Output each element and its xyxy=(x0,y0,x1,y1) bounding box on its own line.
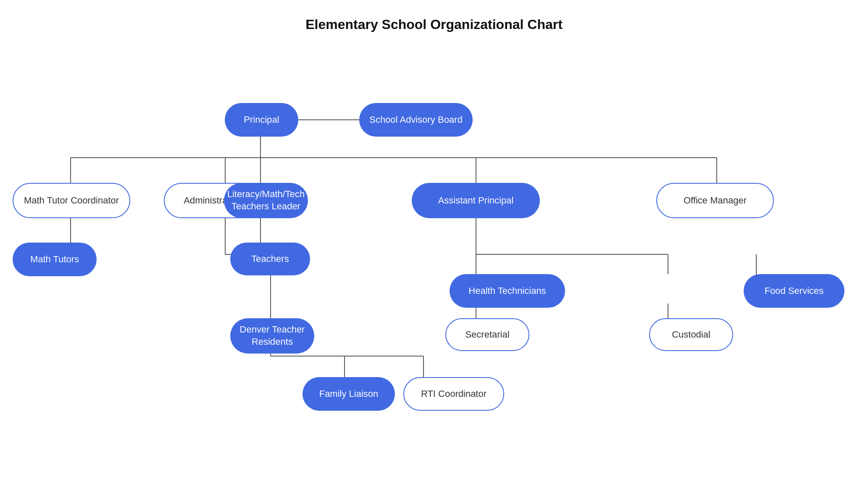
advisory-board-node: School Advisory Board xyxy=(359,103,473,137)
chart-title: Elementary School Organizational Chart xyxy=(0,0,868,41)
denver-teacher-node: Denver Teacher Residents xyxy=(230,318,314,354)
health-tech-node: Health Technicians xyxy=(450,274,565,308)
rti-coordinator-node: RTI Coordinator xyxy=(403,377,504,411)
teachers-node: Teachers xyxy=(230,243,310,275)
secretarial-node: Secretarial xyxy=(445,318,529,351)
food-services-node: Food Services xyxy=(744,274,844,308)
office-manager-node: Office Manager xyxy=(656,183,774,218)
principal-node: Principal xyxy=(225,103,298,137)
math-tutors-node: Math Tutors xyxy=(13,243,97,276)
assistant-principal-node: Assistant Principal xyxy=(412,183,540,218)
math-tutor-coord-node: Math Tutor Coordinator xyxy=(13,183,130,218)
literacy-leader-node: Literacy/Math/Tech Teachers Leader xyxy=(224,183,308,218)
custodial-node: Custodial xyxy=(649,318,733,351)
family-liaison-node: Family Liaison xyxy=(302,377,395,411)
